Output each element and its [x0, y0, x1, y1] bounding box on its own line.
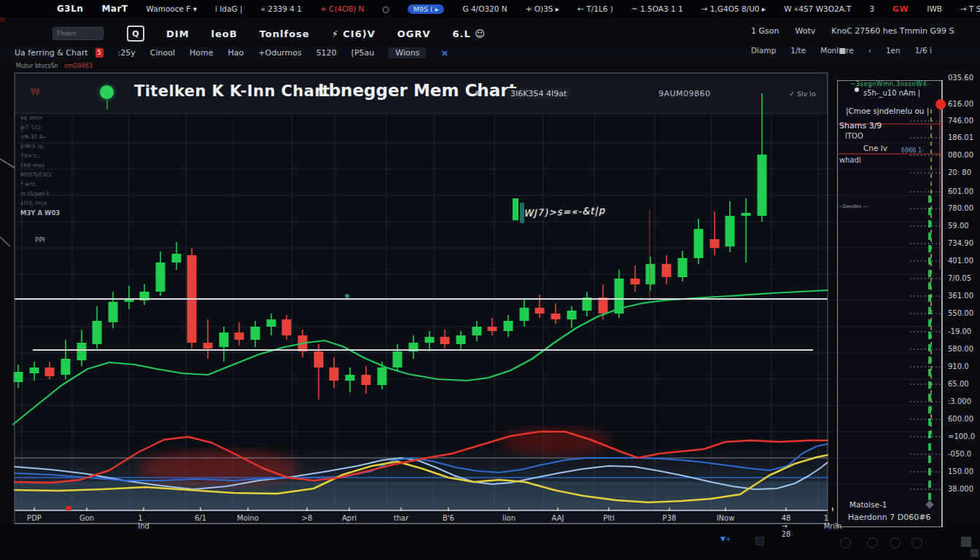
menu-item[interactable]: G 4/O320 N	[462, 4, 507, 13]
search-input[interactable]	[52, 27, 104, 40]
panel-tool-icon[interactable]	[890, 537, 901, 548]
menu-item[interactable]: M9S ( ▸	[408, 4, 445, 14]
x-axis-tick-label: Pltl	[603, 514, 615, 522]
bottom-blue-icon[interactable]: ▼+	[720, 535, 731, 542]
y-axis-tick-label: -19.00	[948, 327, 971, 335]
tab-bar-right-item[interactable]: 1/te	[790, 46, 806, 55]
x-axis-tick-label: B'6	[443, 514, 454, 522]
panel-tool-icon[interactable]	[840, 537, 851, 548]
x-axis-tick-label: 1 Mriln	[824, 514, 842, 530]
tab-bar-right-item[interactable]: 1/6 i	[915, 46, 932, 55]
panel-row-label-2[interactable]: ITOO	[845, 132, 863, 140]
tab-item[interactable]: [P5au	[351, 48, 375, 58]
panel-tool-icon[interactable]	[911, 537, 922, 548]
tab-bar-right-item[interactable]: Diamp	[751, 46, 776, 55]
y-axis-tick-label: 616.00	[948, 100, 973, 108]
tab-chip[interactable]: Wions	[389, 47, 426, 58]
menu-item[interactable]: MarT	[101, 4, 128, 14]
toolbar-item[interactable]: ⚡ CI6)V	[332, 28, 376, 39]
y-axis-tick-label: 601.00	[948, 187, 973, 195]
x-axis-tick-label: 6/1	[195, 514, 206, 522]
y-axis-tick-label: 780.00	[948, 204, 973, 212]
toolbar-info-item: KnoC 27560 hes Tmmin G99 S	[831, 26, 954, 36]
tab-bar-right-item[interactable]: Monl■re	[820, 46, 854, 55]
search-icon[interactable]: Q	[127, 26, 144, 42]
tab-item[interactable]: Hao	[228, 48, 244, 58]
panel-toolbar-icons	[831, 533, 977, 546]
panel-tiny-note: ~Gwvdos —	[839, 203, 868, 209]
menu-item[interactable]: → T SS3mSSnawO3aG	[960, 4, 980, 13]
y-axis-tick-label: 035.60	[948, 74, 973, 82]
legend-row: * w'tc.	[20, 181, 122, 190]
menu-item[interactable]: « 2339 4 1	[260, 4, 302, 13]
tab-item[interactable]: Cinool	[150, 48, 175, 58]
menu-item[interactable]: Wamooce F ▾	[147, 4, 197, 13]
y-axis-tick-label: 20: 80	[948, 168, 971, 176]
menu-item[interactable]: ← T/1L6 )	[578, 4, 613, 13]
menu-item[interactable]: ○	[382, 4, 389, 13]
tab-item[interactable]: 5120	[316, 48, 337, 58]
corner-icon-2[interactable]	[971, 549, 979, 557]
y-axis-tick-label: :3.000	[948, 397, 971, 405]
panel-dot-icon	[855, 88, 859, 92]
x-axis-tick-label: P38	[663, 514, 677, 522]
tab-bar-right: Diamp1/teMonl■re‹1en1/6 i	[751, 46, 932, 55]
tab-bar-right-item[interactable]: 1en	[886, 46, 901, 55]
legend-row: M3Y A W03	[20, 209, 122, 219]
tab-item[interactable]: Home	[190, 48, 213, 58]
x-axis-tick-label: PDP	[27, 514, 42, 522]
x-axis-tick-label: 48 → 28	[782, 514, 791, 538]
panel-tool-icon[interactable]	[867, 537, 878, 548]
legend-row: 7d='c,.	[20, 152, 122, 162]
toolbar-item[interactable]: Tonlfose	[260, 28, 310, 39]
header-value-2: 9AUM09860	[658, 89, 711, 98]
panel-signal-text: ~3segnWmn.3nssnW4-	[850, 80, 930, 88]
menu-item[interactable]: → 1,G4O5 8/U0 ▸	[701, 4, 766, 13]
x-axis-tick-label: AAJ	[552, 514, 564, 522]
y-axis-tick-label: 550.00	[948, 309, 973, 317]
toolbar-item[interactable]: leoB	[211, 28, 238, 39]
menu-item[interactable]: + O)3S ▸	[526, 4, 559, 13]
x-axis-tick-label: Gon	[79, 514, 94, 522]
menu-item[interactable]: W «4S7 W3O2A.T	[784, 4, 851, 13]
tab-item[interactable]: :25y	[118, 48, 136, 58]
menu-item[interactable]: 3	[869, 4, 874, 13]
close-tab-button[interactable]: ×	[440, 47, 448, 58]
status-strip-text: Mutur btvcsSn	[16, 63, 58, 69]
x-axis-tick-label: thar	[394, 514, 409, 522]
panel-row-label-1[interactable]: Shams 3/9	[839, 121, 882, 131]
header-value-chip[interactable]: 3I6K354 4I9at	[506, 88, 571, 99]
y-axis-tick-label: =100.0	[948, 432, 975, 440]
panel-footer-line2: Haerdonn 7 D060#6	[848, 513, 930, 522]
menu-item[interactable]: G3Ln	[57, 4, 83, 14]
legend-row: m.tSrpek3	[20, 190, 122, 200]
toolbar-info-item: Wotv	[795, 26, 815, 36]
status-strip-alert: cmO8463	[64, 63, 93, 69]
trading-app-window: G3LnMarTWamooce F ▾i IdaG |« 2339 4 1+ C…	[0, 0, 980, 560]
panel-line2: s5h-_u10 nAm |	[863, 89, 920, 97]
chart-title-left: Titelken K K-Inn Chart	[134, 82, 330, 100]
menu-item[interactable]: + C(4O8) N	[320, 4, 364, 13]
status-strip: Mutur btvcsSn cmO8463	[0, 60, 980, 72]
panel-row-label-4[interactable]: whadl	[839, 156, 861, 164]
chart-title-center: Lbnegger Mem Chart	[318, 81, 517, 100]
menu-item[interactable]: ~ 1.5OA3 1 1	[631, 4, 683, 13]
alert-badge: 5	[96, 48, 104, 58]
toolbar-item[interactable]: 6.L ☺	[453, 28, 486, 39]
legend-row: £O3; Im|s	[20, 200, 122, 209]
tab-bar-right-item[interactable]: ‹	[868, 46, 871, 55]
toolbar-item[interactable]: OGRV	[397, 28, 431, 39]
x-axis-tick-label: 1 Ind	[138, 514, 149, 530]
corner-icon[interactable]	[961, 537, 971, 547]
panel-row-label-3[interactable]: Cne lv	[863, 144, 887, 152]
y-axis-tick-label: 080.00	[948, 151, 973, 159]
tab-item[interactable]: +Odurmos	[258, 48, 301, 58]
legend-row: jx7 'LCj-	[20, 124, 122, 133]
toolbar-item[interactable]: DIM	[166, 28, 190, 39]
menu-item[interactable]: GW	[892, 4, 909, 13]
y-axis-tick-label: 186.01	[948, 133, 973, 141]
menu-item[interactable]: IWB	[927, 4, 942, 13]
menu-item[interactable]: i IdaG |	[215, 4, 242, 13]
legend-row: MOSTyE3Ct	[20, 171, 122, 181]
bottom-dark-icon[interactable]	[755, 537, 764, 545]
